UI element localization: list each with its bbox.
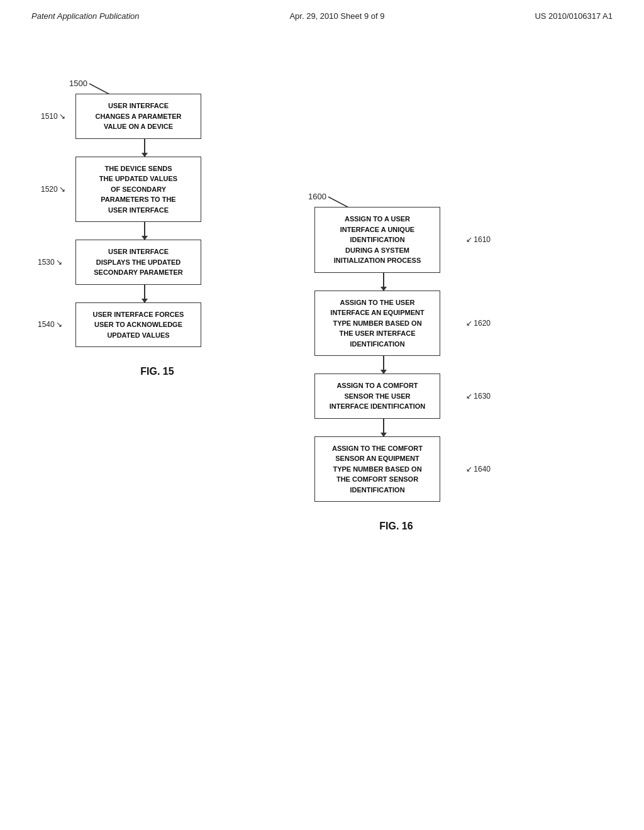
node-1640: ASSIGN TO THE COMFORTSENSOR AN EQUIPMENT… (314, 436, 440, 502)
bracket-1640: ↙ (466, 465, 472, 473)
label-1630: ↙ 1630 (466, 392, 491, 401)
node-1530-wrapper: 1530 ↘ USER INTERFACEDISPLAYS THE UPDATE… (75, 240, 214, 285)
header-left: Patent Application Publication (31, 11, 140, 21)
fig16-diagram: 1600 ↙ 1610 ASSIGN TO A USERINTERFACE A … (289, 191, 478, 532)
fig16-flowchart: ↙ 1610 ASSIGN TO A USERINTERFACE A UNIQU… (314, 207, 453, 502)
label-1610: ↙ 1610 (466, 235, 491, 244)
bracket-1530: ↘ (56, 258, 62, 267)
label-1530: 1530 ↘ (38, 258, 62, 267)
page-header: Patent Application Publication Apr. 29, … (0, 0, 644, 27)
node-1530: USER INTERFACEDISPLAYS THE UPDATEDSECOND… (75, 240, 201, 285)
label-1510: 1510 ↘ (41, 112, 65, 121)
label-1540: 1540 ↘ (38, 320, 62, 329)
label-1610-text: 1610 (474, 235, 491, 244)
label-1520: 1520 ↘ (41, 185, 65, 194)
fig15-flowchart: 1510 ↘ USER INTERFACECHANGES A PARAMETER… (75, 94, 214, 347)
bracket-1620: ↙ (466, 319, 472, 328)
bracket-1630: ↙ (466, 392, 472, 401)
label-1530-text: 1530 (38, 258, 55, 267)
node-1630: ASSIGN TO A COMFORTSENSOR THE USERINTERF… (314, 374, 440, 419)
header-center: Apr. 29, 2010 Sheet 9 of 9 (289, 11, 384, 21)
label-1510-text: 1510 (41, 112, 58, 121)
bracket-1520: ↘ (59, 185, 65, 194)
label-1640: ↙ 1640 (466, 465, 491, 473)
node-1540: USER INTERFACE FORCESUSER TO ACKNOWLEDGE… (75, 302, 201, 348)
node-1510: USER INTERFACECHANGES A PARAMETERVALUE O… (75, 94, 201, 139)
fig16-caption: FIG. 16 (314, 521, 478, 532)
node-1620: ASSIGN TO THE USERINTERFACE AN EQUIPMENT… (314, 290, 440, 357)
node-1640-wrapper: ↙ 1640 ASSIGN TO THE COMFORTSENSOR AN EQ… (314, 436, 453, 502)
bracket-1540: ↘ (56, 320, 62, 329)
fig15-caption: FIG. 15 (75, 366, 239, 377)
node-1610: ASSIGN TO A USERINTERFACE A UNIQUEIDENTI… (314, 207, 440, 273)
label-1620: ↙ 1620 (466, 319, 491, 328)
arrow-1530-1540 (144, 285, 145, 302)
node-1520-wrapper: 1520 ↘ THE DEVICE SENDSTHE UPDATED VALUE… (75, 157, 214, 223)
arrow-1520-1530 (144, 222, 145, 240)
label-1620-text: 1620 (474, 319, 491, 328)
fig16-number-area: 1600 (308, 191, 478, 202)
label-1540-text: 1540 (38, 320, 55, 329)
label-1640-text: 1640 (474, 465, 491, 473)
bracket-1510: ↘ (59, 112, 65, 121)
fig15-diagram: 1500 1510 ↘ USER INTERFACECHANGES A PARA… (50, 77, 239, 377)
node-1520: THE DEVICE SENDSTHE UPDATED VALUESOF SEC… (75, 157, 201, 223)
arrow-1630-1640 (383, 419, 384, 436)
node-1540-wrapper: 1540 ↘ USER INTERFACE FORCESUSER TO ACKN… (75, 302, 214, 348)
node-1610-wrapper: ↙ 1610 ASSIGN TO A USERINTERFACE A UNIQU… (314, 207, 453, 273)
arrow-1620-1630 (383, 356, 384, 374)
node-1630-wrapper: ↙ 1630 ASSIGN TO A COMFORTSENSOR THE USE… (314, 374, 453, 419)
label-1520-text: 1520 (41, 185, 58, 194)
label-1630-text: 1630 (474, 392, 491, 401)
fig16-number: 1600 (308, 192, 326, 201)
header-right: US 2010/0106317 A1 (535, 11, 613, 21)
arrow-1510-1520 (144, 139, 145, 157)
bracket-1610: ↙ (466, 235, 472, 244)
arrow-1610-1620 (383, 273, 384, 290)
fig15-number-area: 1500 (69, 77, 239, 89)
fig15-number: 1500 (69, 79, 87, 88)
node-1510-wrapper: 1510 ↘ USER INTERFACECHANGES A PARAMETER… (75, 94, 214, 139)
node-1620-wrapper: ↙ 1620 ASSIGN TO THE USERINTERFACE AN EQ… (314, 290, 453, 357)
